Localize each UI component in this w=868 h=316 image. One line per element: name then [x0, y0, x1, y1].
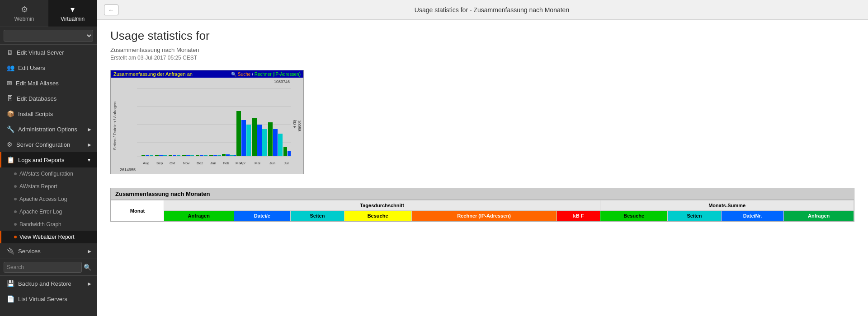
col-header-month: Monat — [111, 200, 164, 221]
svg-text:Okt: Okt — [170, 161, 175, 165]
dot-icon — [14, 185, 17, 188]
sidebar-sub-label: Bandwidth Graph — [19, 221, 61, 228]
sidebar-item-label: Server Configuration — [16, 141, 70, 148]
sidebar: ⚙ Webmin ▾ Virtualmin 🖥 Edit Virtual Ser… — [0, 0, 97, 316]
svg-rect-35 — [278, 134, 283, 156]
sidebar-sub-label: AWstats Report — [19, 183, 57, 190]
sidebar-sub-awstats-config[interactable]: AWstats Configuration — [0, 167, 97, 180]
stats-table-container: Zusammenfassung nach Monaten Monat Tages… — [110, 188, 854, 222]
svg-rect-29 — [246, 125, 251, 156]
sidebar-item-administration-options[interactable]: 🔧 Administration Options ▶ — [0, 121, 97, 137]
svg-rect-23 — [222, 154, 226, 156]
content-area: Usage statistics for Zusammenfassung nac… — [97, 20, 868, 316]
sidebar-sub-awstats-report[interactable]: AWstats Report — [0, 180, 97, 193]
sidebar-sub-apache-error-log[interactable]: Apache Error Log — [0, 205, 97, 218]
webmin-icon: ⚙ — [2, 5, 46, 14]
col-header-datei-sum: DateiNr. — [721, 211, 784, 221]
svg-rect-37 — [288, 151, 291, 156]
arrow-icon: ▶ — [88, 281, 91, 286]
sidebar-item-label: Install Scripts — [18, 111, 53, 117]
dot-icon — [14, 223, 17, 226]
sidebar-sub-apache-access-log[interactable]: Apache Access Log — [0, 193, 97, 205]
sidebar-item-label: Edit Databases — [17, 95, 57, 102]
col-header-kbf-avg: kB F — [557, 211, 600, 221]
sidebar-item-list-virtual-servers[interactable]: 📄 List Virtual Servers — [0, 291, 97, 307]
webmin-nav[interactable]: ⚙ Webmin — [0, 0, 48, 27]
svg-rect-36 — [283, 147, 287, 156]
sidebar-item-label: Edit Mail Aliases — [16, 80, 59, 87]
sidebar-sub-bandwidth-graph[interactable]: Bandwidth Graph — [0, 218, 97, 231]
install-scripts-icon: 📦 — [7, 110, 14, 117]
sidebar-sub-label: View Webalizer Report — [19, 234, 75, 240]
search-input[interactable] — [4, 262, 82, 273]
sidebar-item-services[interactable]: 🔌 Services ▶ — [0, 243, 97, 259]
sidebar-item-backup-and-restore[interactable]: 💾 Backup and Restore ▶ — [0, 276, 97, 291]
y-axis-left-label: Seiten / Dateien / Anfragen — [113, 102, 117, 150]
sidebar-sub-label: Apache Error Log — [19, 209, 62, 215]
sidebar-item-install-scripts[interactable]: 📦 Install Scripts — [0, 106, 97, 121]
webalizer-chart: Zusammenfassung der Anfragen an 🔍 Suche … — [110, 70, 304, 174]
sidebar-item-edit-users[interactable]: 👥 Edit Users — [0, 60, 97, 75]
dot-icon — [14, 198, 17, 200]
edit-mail-icon: ✉ — [7, 79, 12, 87]
svg-rect-12 — [173, 155, 176, 156]
domain-dropdown-container — [0, 27, 97, 45]
chart-legend-rechner: Rechner (IP-Adressen) — [255, 72, 301, 77]
svg-rect-10 — [163, 155, 167, 156]
stats-table-title: Zusammenfassung nach Monaten — [111, 188, 854, 200]
domain-dropdown[interactable] — [4, 30, 93, 42]
svg-rect-25 — [230, 155, 234, 156]
services-icon: 🔌 — [7, 247, 14, 255]
y-axis-right-label: 10058 kB F — [292, 120, 302, 131]
svg-rect-5 — [142, 155, 145, 156]
col-header-seiten-avg: Seiten — [291, 211, 344, 221]
svg-text:Jul: Jul — [284, 161, 288, 165]
sidebar-sub-label: AWstats Configuration — [19, 171, 73, 177]
svg-rect-19 — [204, 155, 208, 156]
svg-rect-30 — [252, 118, 257, 156]
sidebar-item-edit-virtual-server[interactable]: 🖥 Edit Virtual Server — [0, 45, 97, 60]
svg-rect-24 — [226, 154, 230, 156]
arrow-icon: ▶ — [88, 142, 91, 147]
svg-rect-6 — [146, 155, 149, 156]
page-subtitle: Zusammenfassung nach Monaten — [110, 46, 854, 53]
bar-chart-svg: Aug Sep Okt Nov Dez Jan Feb Mar Apr Mai … — [119, 84, 291, 167]
arrow-icon: ▶ — [88, 249, 91, 254]
svg-rect-13 — [177, 155, 180, 156]
virtualmin-nav[interactable]: ▾ Virtualmin — [48, 0, 97, 27]
y-top-right: 10058 — [297, 120, 302, 131]
edit-db-icon: 🗄 — [7, 95, 13, 102]
backup-icon: 💾 — [7, 280, 14, 287]
col-group-sum: Monats-Summe — [600, 200, 854, 211]
sidebar-item-edit-mail-aliases[interactable]: ✉ Edit Mail Aliases — [0, 75, 97, 91]
back-button[interactable]: ← — [104, 5, 118, 15]
svg-rect-11 — [169, 155, 172, 156]
sidebar-item-server-configuration[interactable]: ⚙ Server Configuration ▶ — [0, 137, 97, 152]
svg-rect-21 — [213, 155, 217, 156]
sidebar-item-label: Edit Virtual Server — [17, 49, 64, 56]
bars-area: 1083746 — [119, 79, 291, 172]
page-title: Usage statistics for — [110, 29, 854, 43]
chart-body: Seiten / Dateien / Anfragen 1083746 — [111, 78, 303, 174]
svg-rect-32 — [262, 129, 267, 156]
sidebar-item-logs-and-reports[interactable]: 📋 Logs and Reports ▼ — [0, 152, 97, 167]
dot-icon — [14, 172, 17, 175]
svg-text:Jan: Jan — [210, 161, 216, 165]
virtualmin-icon: ▾ — [51, 5, 94, 14]
svg-text:Jun: Jun — [269, 161, 275, 165]
svg-rect-27 — [236, 111, 241, 156]
sidebar-item-edit-databases[interactable]: 🗄 Edit Databases — [0, 91, 97, 106]
svg-rect-17 — [196, 155, 199, 156]
search-button[interactable]: 🔍 — [82, 263, 93, 272]
chart-legend: 🔍 Suche / Rechner (IP-Adressen) — [231, 72, 301, 77]
svg-rect-31 — [257, 125, 262, 156]
sidebar-sub-view-webalizer-report[interactable]: View Webalizer Report — [0, 231, 97, 243]
svg-rect-16 — [190, 155, 194, 156]
svg-rect-9 — [159, 155, 163, 156]
y-top-left: 1083746 — [119, 79, 291, 84]
svg-text:Dez: Dez — [197, 161, 203, 165]
svg-text:Sep: Sep — [156, 161, 163, 165]
chart-header: Zusammenfassung der Anfragen an 🔍 Suche … — [111, 70, 303, 78]
col-group-avg: Tagesdurchschnitt — [164, 200, 600, 211]
edit-virtual-server-icon: 🖥 — [7, 49, 13, 56]
